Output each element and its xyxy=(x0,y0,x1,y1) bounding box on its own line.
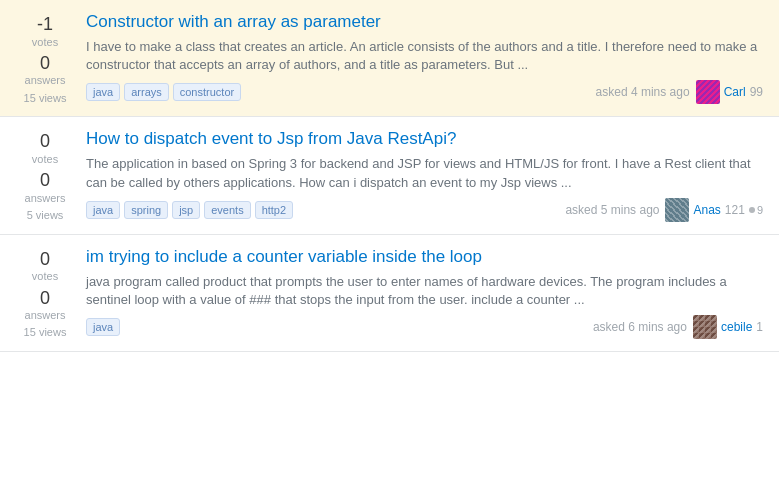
content-column: Constructor with an array as parameterI … xyxy=(86,12,763,104)
views-count: 15 views xyxy=(24,326,67,338)
answers-label: answers xyxy=(25,309,66,322)
meta-info: asked 4 mins agoCarl99 xyxy=(596,80,763,104)
question-title-link[interactable]: Constructor with an array as parameter xyxy=(86,12,381,31)
questions-list: -1votes0answers15 viewsConstructor with … xyxy=(0,0,779,352)
tag[interactable]: jsp xyxy=(172,201,200,219)
stats-column: 0votes0answers5 views xyxy=(16,129,86,221)
question-item: 0votes0answers15 viewsim trying to inclu… xyxy=(0,235,779,352)
user-info: Anas1219 xyxy=(665,198,763,222)
stats-column: -1votes0answers15 views xyxy=(16,12,86,104)
content-column: im trying to include a counter variable … xyxy=(86,247,763,339)
vote-count: 0 xyxy=(40,249,50,271)
tag[interactable]: http2 xyxy=(255,201,293,219)
tag[interactable]: events xyxy=(204,201,250,219)
user-rep: 1 xyxy=(756,320,763,334)
badge-dot xyxy=(749,207,755,213)
user-info: cebile1 xyxy=(693,315,763,339)
question-excerpt: java program called product that prompts… xyxy=(86,273,763,309)
tags-and-meta: javaarraysconstructorasked 4 mins agoCar… xyxy=(86,80,763,104)
vote-count: -1 xyxy=(37,14,53,36)
user-rep: 121 xyxy=(725,203,745,217)
question-title: How to dispatch event to Jsp from Java R… xyxy=(86,129,763,149)
asked-time: asked 4 mins ago xyxy=(596,85,690,99)
badge-count: 9 xyxy=(757,204,763,216)
avatar xyxy=(696,80,720,104)
tags: javaarraysconstructor xyxy=(86,83,241,101)
user-name[interactable]: Carl xyxy=(724,85,746,99)
question-item: -1votes0answers15 viewsConstructor with … xyxy=(0,0,779,117)
tag[interactable]: java xyxy=(86,201,120,219)
votes-label: votes xyxy=(32,153,58,166)
question-title: Constructor with an array as parameter xyxy=(86,12,763,32)
stats-column: 0votes0answers15 views xyxy=(16,247,86,339)
meta-info: asked 6 mins agocebile1 xyxy=(593,315,763,339)
meta-info: asked 5 mins agoAnas1219 xyxy=(565,198,763,222)
question-item: 0votes0answers5 viewsHow to dispatch eve… xyxy=(0,117,779,234)
answer-count: 0 xyxy=(40,53,50,75)
views-count: 5 views xyxy=(27,209,64,221)
content-column: How to dispatch event to Jsp from Java R… xyxy=(86,129,763,221)
tags: java xyxy=(86,318,120,336)
user-name[interactable]: cebile xyxy=(721,320,752,334)
question-title-link[interactable]: How to dispatch event to Jsp from Java R… xyxy=(86,129,456,148)
vote-count: 0 xyxy=(40,131,50,153)
tag[interactable]: arrays xyxy=(124,83,169,101)
tag[interactable]: constructor xyxy=(173,83,241,101)
votes-label: votes xyxy=(32,270,58,283)
views-count: 15 views xyxy=(24,92,67,104)
avatar xyxy=(665,198,689,222)
tags: javaspringjspeventshttp2 xyxy=(86,201,293,219)
answer-count: 0 xyxy=(40,288,50,310)
user-name[interactable]: Anas xyxy=(693,203,720,217)
question-title-link[interactable]: im trying to include a counter variable … xyxy=(86,247,482,266)
question-excerpt: The application in based on Spring 3 for… xyxy=(86,155,763,191)
answer-count: 0 xyxy=(40,170,50,192)
tags-and-meta: javaasked 6 mins agocebile1 xyxy=(86,315,763,339)
user-badge: 9 xyxy=(749,204,763,216)
asked-time: asked 5 mins ago xyxy=(565,203,659,217)
question-excerpt: I have to make a class that creates an a… xyxy=(86,38,763,74)
question-title: im trying to include a counter variable … xyxy=(86,247,763,267)
answers-label: answers xyxy=(25,74,66,87)
tag[interactable]: java xyxy=(86,318,120,336)
tag[interactable]: spring xyxy=(124,201,168,219)
answers-label: answers xyxy=(25,192,66,205)
user-rep: 99 xyxy=(750,85,763,99)
tags-and-meta: javaspringjspeventshttp2asked 5 mins ago… xyxy=(86,198,763,222)
tag[interactable]: java xyxy=(86,83,120,101)
asked-time: asked 6 mins ago xyxy=(593,320,687,334)
user-info: Carl99 xyxy=(696,80,763,104)
avatar xyxy=(693,315,717,339)
votes-label: votes xyxy=(32,36,58,49)
